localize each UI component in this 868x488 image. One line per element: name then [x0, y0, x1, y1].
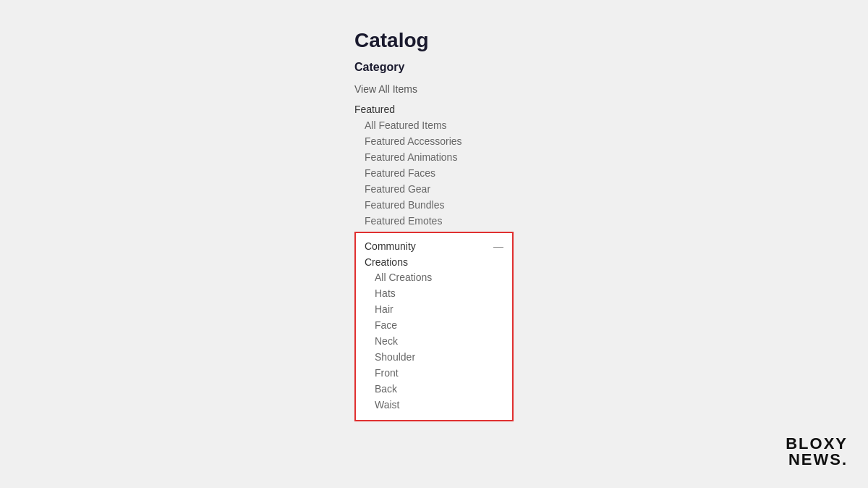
page-title: Catalog — [354, 29, 514, 52]
front-link[interactable]: Front — [365, 365, 503, 381]
all-creations-link[interactable]: All Creations — [365, 269, 503, 285]
back-link[interactable]: Back — [365, 381, 503, 397]
featured-faces-link[interactable]: Featured Faces — [354, 165, 514, 181]
community-label[interactable]: Community — [365, 240, 416, 252]
category-heading: Category — [354, 61, 514, 74]
bloxy-news-logo: BLOXY NEWS. — [786, 436, 848, 468]
shoulder-link[interactable]: Shoulder — [365, 349, 503, 365]
waist-link[interactable]: Waist — [365, 397, 503, 413]
community-collapse-icon[interactable]: — — [493, 240, 503, 252]
community-section: Community — Creations All Creations Hats… — [354, 232, 514, 421]
featured-emotes-link[interactable]: Featured Emotes — [354, 213, 514, 229]
bloxy-logo-line1: BLOXY — [786, 436, 848, 452]
bloxy-logo-line2: NEWS. — [788, 452, 848, 468]
hats-link[interactable]: Hats — [365, 285, 503, 301]
featured-accessories-link[interactable]: Featured Accessories — [354, 133, 514, 149]
featured-bundles-link[interactable]: Featured Bundles — [354, 197, 514, 213]
face-link[interactable]: Face — [365, 317, 503, 333]
hair-link[interactable]: Hair — [365, 301, 503, 317]
community-header: Community — — [365, 240, 503, 252]
catalog-panel: Catalog Category View All Items Featured… — [354, 29, 514, 421]
view-all-items-link[interactable]: View All Items — [354, 81, 514, 97]
featured-section-header: Featured — [354, 101, 514, 117]
neck-link[interactable]: Neck — [365, 333, 503, 349]
creations-label[interactable]: Creations — [365, 255, 503, 269]
featured-animations-link[interactable]: Featured Animations — [354, 149, 514, 165]
featured-gear-link[interactable]: Featured Gear — [354, 181, 514, 197]
all-featured-items-link[interactable]: All Featured Items — [354, 117, 514, 133]
page-container: Catalog Category View All Items Featured… — [0, 0, 868, 488]
